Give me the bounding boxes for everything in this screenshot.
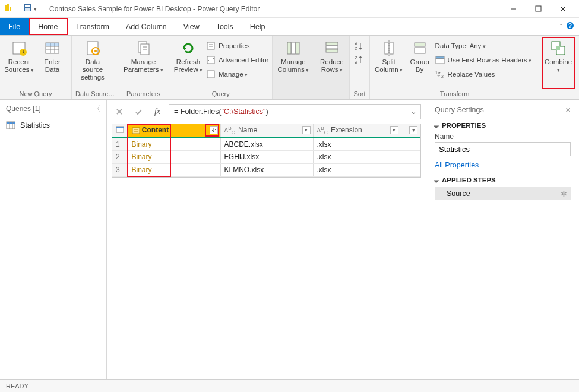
- svg-rect-47: [385, 42, 388, 54]
- binary-link[interactable]: Binary: [132, 153, 152, 161]
- svg-rect-73: [132, 128, 140, 134]
- binary-link[interactable]: Binary: [132, 166, 152, 174]
- svg-text:A: A: [355, 60, 358, 65]
- group-new-query: Recent Sources Enter Data New Query: [0, 36, 72, 99]
- svg-rect-2: [10, 7, 11, 11]
- svg-rect-37: [326, 46, 338, 49]
- formula-input[interactable]: = Folder.Files("C:\Statistics") ⌄: [169, 104, 421, 119]
- formula-bar: fx = Folder.Files("C:\Statistics") ⌄: [112, 103, 421, 120]
- column-header-more[interactable]: ▾: [401, 124, 420, 137]
- group-manage-columns: Manage Columns: [273, 36, 314, 99]
- group-combine: Combine ▾: [540, 36, 577, 99]
- ribbon: Recent Sources Enter Data New Query Data…: [0, 36, 579, 100]
- window-title: Contoso Sales Sample for Power BI Deskto…: [49, 5, 260, 13]
- filter-extension-icon[interactable]: ▾: [390, 126, 398, 134]
- table-row[interactable]: 2 Binary FGHIJ.xlsx .xlsx: [112, 150, 420, 163]
- select-all-corner[interactable]: [112, 124, 128, 137]
- recent-sources-button[interactable]: Recent Sources: [4, 38, 34, 90]
- replace-values-button[interactable]: 12 Replace Values: [435, 68, 536, 81]
- svg-text:?: ?: [568, 23, 572, 29]
- table-row[interactable]: 1 Binary ABCDE.xlsx .xlsx: [112, 137, 420, 150]
- data-type-button[interactable]: Data Type: Any: [435, 39, 536, 52]
- fx-button[interactable]: fx: [150, 105, 165, 119]
- app-icon: [4, 3, 13, 14]
- svg-rect-36: [326, 42, 338, 45]
- combine-button[interactable]: Combine ▾: [544, 38, 573, 90]
- formula-dropdown-icon[interactable]: ⌄: [410, 107, 417, 116]
- commit-formula-button[interactable]: [131, 105, 146, 119]
- svg-text:1: 1: [435, 71, 438, 75]
- help-icon[interactable]: ?: [566, 21, 574, 31]
- advanced-editor-button[interactable]: Advanced Editor: [206, 53, 268, 67]
- maximize-button[interactable]: [526, 0, 550, 18]
- svg-rect-5: [25, 8, 30, 11]
- svg-rect-38: [326, 49, 338, 52]
- manage-button[interactable]: Manage: [206, 68, 268, 81]
- manage-columns-button[interactable]: Manage Columns: [276, 38, 310, 90]
- queries-header: Queries [1]: [6, 105, 41, 113]
- sort-desc-button[interactable]: ZA: [353, 53, 364, 67]
- title-bar: ▾ Contoso Sales Sample for Power BI Desk…: [0, 0, 579, 18]
- tab-help[interactable]: Help: [242, 18, 274, 35]
- first-row-headers-button[interactable]: Use First Row as Headers: [435, 53, 536, 67]
- group-parameters: Manage Parameters Parameters: [118, 36, 169, 99]
- status-text: READY: [6, 382, 29, 390]
- gear-icon[interactable]: ✲: [561, 189, 567, 198]
- tab-add-column[interactable]: Add Column: [118, 18, 175, 35]
- svg-marker-42: [359, 48, 362, 50]
- collapse-queries-icon[interactable]: 〈: [93, 104, 100, 114]
- svg-rect-48: [390, 42, 393, 54]
- tab-view[interactable]: View: [175, 18, 208, 35]
- applied-step-source[interactable]: Source ✲: [435, 187, 571, 200]
- svg-rect-31: [207, 56, 214, 64]
- svg-rect-32: [207, 71, 214, 78]
- enter-data-button[interactable]: Enter Data: [37, 38, 68, 90]
- applied-steps-section-header[interactable]: APPLIED STEPS: [435, 176, 571, 184]
- svg-rect-4: [25, 5, 30, 7]
- properties-button[interactable]: Properties: [206, 39, 268, 52]
- column-header-extension[interactable]: ABC Extension ▾: [313, 124, 401, 137]
- query-name-input[interactable]: [435, 142, 571, 156]
- query-item-statistics[interactable]: Statistics: [0, 118, 106, 133]
- properties-section-header[interactable]: PROPERTIES: [435, 122, 571, 129]
- reduce-rows-button[interactable]: Reduce Rows: [318, 38, 346, 90]
- cancel-formula-button[interactable]: [112, 105, 127, 119]
- close-button[interactable]: [550, 0, 575, 18]
- table-icon: [6, 121, 15, 129]
- svg-rect-66: [7, 122, 15, 124]
- binary-type-icon: [132, 127, 140, 134]
- minimize-button[interactable]: [501, 0, 526, 18]
- sort-asc-button[interactable]: AZ: [353, 39, 364, 52]
- main-area: Queries [1] 〈 Statistics fx = Folder.Fil…: [0, 100, 579, 379]
- tab-transform[interactable]: Transform: [68, 18, 118, 35]
- refresh-preview-button[interactable]: Refresh Preview: [173, 38, 204, 90]
- data-source-settings-button[interactable]: Data source settings: [75, 38, 110, 90]
- all-properties-link[interactable]: All Properties: [435, 161, 571, 169]
- svg-rect-19: [46, 43, 59, 46]
- save-icon[interactable]: [23, 4, 31, 14]
- tab-file[interactable]: File: [0, 18, 29, 35]
- split-column-button[interactable]: Split Column: [374, 38, 404, 90]
- group-transform: Split Column Group By Data Type: Any Use…: [370, 36, 540, 99]
- filter-name-icon[interactable]: ▾: [302, 126, 311, 134]
- combine-files-icon[interactable]: [210, 126, 218, 134]
- group-ai-insights-partial: Tex Vis Az: [577, 36, 579, 99]
- tab-tools[interactable]: Tools: [208, 18, 242, 35]
- svg-rect-51: [415, 48, 425, 53]
- manage-parameters-button[interactable]: Manage Parameters: [122, 38, 165, 90]
- ribbon-tabs: File Home Transform Add Column View Tool…: [0, 18, 579, 36]
- binary-link[interactable]: Binary: [132, 140, 152, 148]
- svg-rect-1: [7, 4, 9, 11]
- queries-pane: Queries [1] 〈 Statistics: [0, 100, 107, 379]
- column-header-content[interactable]: Content: [128, 124, 220, 137]
- table-row[interactable]: 3 Binary KLMNO.xlsx .xlsx: [112, 163, 420, 176]
- filter-more-icon[interactable]: ▾: [409, 126, 417, 134]
- svg-rect-52: [436, 56, 444, 59]
- status-bar: READY: [0, 379, 579, 392]
- tab-home[interactable]: Home: [29, 18, 67, 35]
- group-by-button[interactable]: Group By: [407, 38, 433, 90]
- close-settings-button[interactable]: ×: [565, 105, 571, 115]
- column-header-name[interactable]: ABC Name ▾: [220, 124, 313, 137]
- qat-customize-dropdown[interactable]: ▾: [34, 6, 37, 12]
- ribbon-collapse-icon[interactable]: ˆ: [560, 23, 562, 30]
